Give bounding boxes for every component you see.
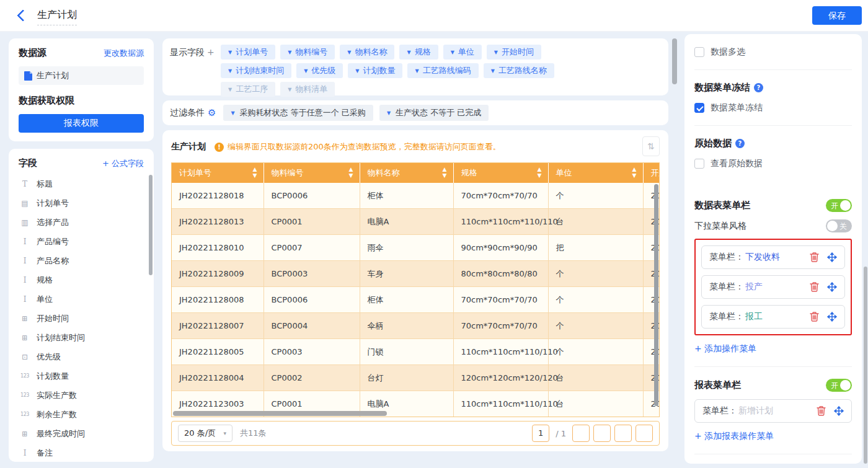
display-field-tag[interactable]: ▼ 物料清单 (280, 82, 335, 97)
display-field-tag[interactable]: ▼ 工艺工序 (221, 82, 275, 97)
freeze-checkbox[interactable] (694, 103, 704, 113)
field-item[interactable]: ▤ 计划单号 (19, 193, 144, 213)
help-icon[interactable]: ? (754, 83, 763, 92)
column-header[interactable]: 计划单号 ▲▼ (172, 163, 264, 183)
add-formula-field-link[interactable]: + 公式字段 (102, 158, 144, 169)
field-item[interactable]: ⊞ 最终完成时间 (19, 424, 144, 443)
raw-data-checkbox[interactable] (694, 159, 704, 169)
sort-carets-icon[interactable]: ▲▼ (538, 166, 542, 179)
filter-tag[interactable]: ▼ 采购耗材状态 等于任意一个 已采购 (223, 105, 373, 121)
report-permission-button[interactable]: 报表权限 (19, 114, 144, 133)
display-field-tag[interactable]: ▼ 工艺路线编码 (407, 63, 478, 78)
field-item[interactable]: I 产品编号 (19, 232, 144, 251)
datasource-item[interactable]: 生产计划 (19, 66, 144, 85)
page-number-input[interactable]: 1 (532, 425, 549, 442)
dropdown-style-toggle[interactable]: 关 (826, 219, 852, 232)
display-field-tag[interactable]: ▼ 计划数量 (348, 63, 402, 78)
datasource-panel: 数据源 更改数据源 生产计划 数据获取权限 报表权限 (9, 38, 154, 141)
report-menu-toggle[interactable]: 开 (826, 379, 852, 392)
field-item[interactable]: I 备注 (19, 443, 144, 462)
add-display-field-button[interactable]: + (207, 47, 215, 57)
field-item[interactable]: 123 剩余生产数 (19, 405, 144, 424)
multi-select-checkbox[interactable] (694, 47, 704, 57)
field-item[interactable]: I 产品名称 (19, 251, 144, 270)
move-icon[interactable] (827, 252, 837, 262)
field-item[interactable]: ⊞ 计划结束时间 (19, 328, 144, 347)
display-field-tag[interactable]: ▼ 计划单号 (221, 45, 275, 60)
move-icon[interactable] (827, 312, 837, 322)
display-field-tag[interactable]: ▼ 工艺路线名称 (484, 63, 554, 78)
field-label: 最终完成时间 (37, 428, 85, 439)
menu-item: 菜单栏： 新增计划 (694, 399, 852, 423)
menu-item-name[interactable]: 报工 (745, 311, 763, 322)
field-label: 实际生产数 (37, 390, 77, 401)
menu-item-name[interactable]: 投产 (745, 281, 763, 293)
move-icon[interactable] (834, 406, 844, 416)
field-item[interactable]: ▥ 选择产品 (19, 213, 144, 232)
menu-item: 菜单栏： 投产 (701, 275, 845, 299)
table-horizontal-scrollbar[interactable] (173, 411, 387, 416)
top-bar: 生产计划 保存 (0, 0, 868, 32)
table-menu-toggle[interactable]: 开 (826, 199, 852, 212)
change-datasource-link[interactable]: 更改数据源 (104, 48, 144, 59)
divider (694, 125, 852, 126)
display-field-tag[interactable]: ▼ 规格 (399, 45, 438, 60)
display-field-tag[interactable]: ▼ 物料编号 (280, 45, 335, 60)
delete-icon[interactable] (810, 312, 819, 322)
column-header[interactable]: 开始时间 ▲▼ (643, 163, 660, 183)
sort-carets-icon[interactable]: ▲▼ (443, 166, 447, 179)
caret-down-icon: ▼ (347, 50, 351, 55)
display-field-tag[interactable]: ▼ 物料名称 (340, 45, 394, 60)
back-icon[interactable] (17, 9, 29, 22)
chevron-down-icon: ▾ (223, 430, 226, 436)
delete-icon[interactable] (810, 252, 819, 262)
field-item[interactable]: 123 计划数量 (19, 366, 144, 386)
column-header[interactable]: 物料编号 ▲▼ (264, 163, 360, 183)
preview-notice: ! 编辑界面只取数据源前200条作为查询数据预览，完整数据请访问页面查看。 (215, 141, 501, 152)
display-field-tag[interactable]: ▼ 计划结束时间 (221, 63, 291, 78)
display-field-tag[interactable]: ▼ 开始时间 (487, 45, 541, 60)
field-item[interactable]: 123 实际生产数 (19, 386, 144, 405)
menu-item-name[interactable]: 下发收料 (745, 252, 780, 263)
page-size-select[interactable]: 20 条/页 ▾ (178, 425, 232, 442)
move-icon[interactable] (827, 282, 837, 292)
column-header[interactable]: 物料名称 ▲▼ (360, 163, 453, 183)
field-label: 标题 (37, 179, 53, 190)
field-item[interactable]: I 单位 (19, 289, 144, 309)
sort-carets-icon[interactable]: ▲▼ (349, 166, 353, 179)
field-item[interactable]: ⊡ 优先级 (19, 347, 144, 366)
table-vertical-scrollbar[interactable] (654, 184, 658, 406)
add-menu-link[interactable]: + 添加操作菜单 (694, 343, 852, 355)
data-table: 计划单号 ▲▼ 物料编号 ▲▼ 物料名称 ▲▼ 规格 ▲▼ 单位 ▲▼ 开始时间… (171, 162, 660, 417)
display-field-tag[interactable]: ▼ 优先级 (296, 63, 343, 78)
sort-carets-icon[interactable]: ▲▼ (632, 166, 637, 179)
dropdown-style-label: 下拉菜单风格 (694, 221, 746, 232)
menu-item-name[interactable]: 新增计划 (738, 405, 773, 417)
add-report-menu-link[interactable]: + 添加报表操作菜单 (694, 431, 852, 442)
window-scrollbar[interactable] (864, 267, 867, 464)
table-panel: 生产计划 ! 编辑界面只取数据源前200条作为查询数据预览，完整数据请访问页面查… (162, 130, 668, 451)
fields-title: 字段 (19, 157, 37, 169)
table-title: 生产计划 (171, 141, 206, 152)
report-menu-title: 报表菜单栏 (694, 379, 741, 391)
warning-icon: ! (215, 143, 224, 152)
middle-panel-scrollbar[interactable] (672, 38, 677, 84)
sort-carets-icon[interactable]: ▲▼ (253, 166, 257, 179)
column-header[interactable]: 规格 ▲▼ (453, 163, 548, 183)
column-header[interactable]: 单位 ▲▼ (548, 163, 643, 183)
fields-scrollbar[interactable] (149, 175, 153, 275)
field-item[interactable]: I 规格 (19, 270, 144, 289)
document-icon (24, 71, 32, 81)
delete-icon[interactable] (810, 282, 819, 292)
delete-icon[interactable] (817, 406, 826, 416)
field-item[interactable]: T 标题 (19, 174, 144, 193)
display-field-tag[interactable]: ▼ 单位 (443, 45, 482, 60)
help-icon[interactable]: ? (735, 139, 745, 148)
save-button[interactable]: 保存 (812, 6, 862, 25)
gear-icon[interactable]: ⚙ (208, 107, 216, 118)
divider (694, 454, 852, 454)
table-row: JH20221128008 BCP0006 柜体 70cm*70cm*70/70… (172, 287, 660, 313)
filter-tag[interactable]: ▼ 生产状态 不等于 已完成 (379, 105, 489, 121)
field-item[interactable]: ⊞ 开始时间 (19, 309, 144, 328)
sort-button[interactable]: ⇅ (642, 136, 660, 156)
